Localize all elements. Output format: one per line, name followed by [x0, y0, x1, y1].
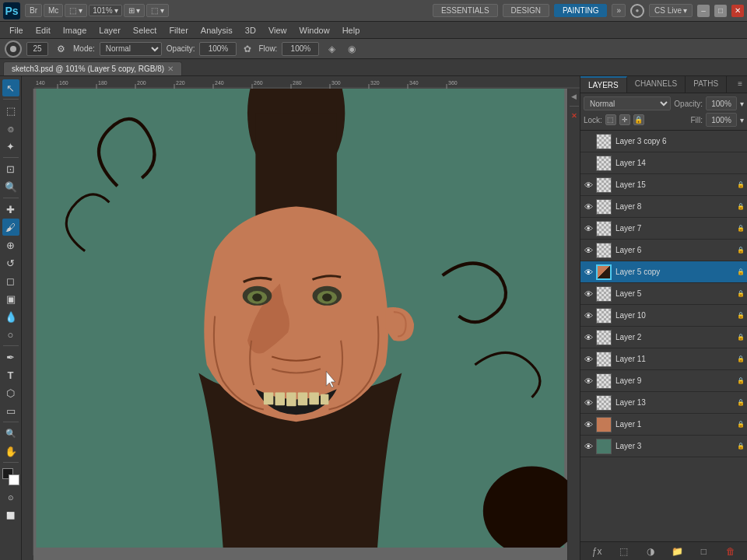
layer-visibility-7[interactable]: 👁 — [582, 288, 594, 300]
layer-visibility-10[interactable]: 👁 — [582, 353, 594, 366]
hand-tool[interactable]: ✋ — [2, 443, 19, 460]
brush-preview[interactable] — [5, 40, 22, 58]
layer-visibility-5[interactable]: 👁 — [582, 244, 594, 257]
tab-close-btn[interactable]: ✕ — [167, 65, 174, 73]
close-button[interactable]: ✕ — [731, 5, 744, 17]
collapse-panel-icon[interactable]: ◀ — [570, 92, 579, 101]
new-layer-button[interactable]: □ — [696, 544, 710, 558]
move-tool[interactable]: ↖ — [2, 79, 19, 96]
layer-row-10[interactable]: 👁 Layer 11 🔒 — [580, 348, 747, 370]
lock-pixels-icon[interactable]: ⬚ — [605, 114, 616, 125]
pen-tool[interactable]: ✒ — [2, 348, 19, 366]
menu-layer[interactable]: Layer — [93, 24, 127, 37]
layer-visibility-11[interactable]: 👁 — [582, 375, 594, 387]
layer-visibility-14[interactable]: 👁 — [582, 440, 594, 453]
layer-visibility-0[interactable] — [582, 135, 594, 148]
menu-view[interactable]: View — [262, 24, 293, 37]
layer-visibility-1[interactable] — [582, 157, 594, 170]
layer-row-11[interactable]: 👁 Layer 9 🔒 — [580, 370, 747, 392]
menu-file[interactable]: File — [3, 24, 30, 37]
menu-analysis[interactable]: Analysis — [195, 24, 239, 37]
blur-tool[interactable]: 💧 — [2, 308, 19, 325]
tab-layers[interactable]: LAYERS — [580, 76, 627, 93]
menu-filter[interactable]: Filter — [163, 24, 194, 37]
background-color[interactable] — [9, 474, 19, 485]
screen-mode-icon[interactable]: ⬜ — [2, 507, 19, 524]
add-mask-button[interactable]: ⬚ — [616, 544, 630, 558]
tab-channels[interactable]: CHANNELS — [627, 76, 686, 93]
delete-layer-button[interactable]: 🗑 — [724, 544, 738, 558]
painting-mode[interactable]: PAINTING — [554, 4, 607, 17]
menu-select[interactable]: Select — [127, 24, 163, 37]
menu-window[interactable]: Window — [293, 24, 336, 37]
crop-tool[interactable]: ⊡ — [2, 160, 19, 177]
menu-3d[interactable]: 3D — [239, 24, 262, 37]
layer-row-6[interactable]: 👁 Layer 5 copy 🔒 — [580, 261, 747, 283]
opacity-value[interactable]: 100% — [199, 42, 237, 56]
layer-row-8[interactable]: 👁 Layer 10 🔒 — [580, 305, 747, 327]
eyedropper-tool[interactable]: 🔍 — [2, 178, 19, 195]
maximize-button[interactable]: □ — [714, 5, 727, 17]
opacity-layers-value[interactable]: 100% — [706, 96, 737, 110]
essentials-mode[interactable]: ESSENTIALS — [433, 4, 498, 17]
tablet-pressure-icon[interactable]: ◈ — [324, 41, 339, 57]
text-tool[interactable]: T — [2, 366, 19, 383]
layer-row-5[interactable]: 👁 Layer 6 🔒 — [580, 240, 747, 261]
lasso-tool[interactable]: ⌾ — [2, 120, 19, 137]
layer-visibility-13[interactable]: 👁 — [582, 418, 594, 431]
lock-position-icon[interactable]: ✛ — [619, 114, 630, 125]
add-adjustment-button[interactable]: ◑ — [644, 544, 658, 558]
marquee-tool[interactable]: ⬚ — [2, 102, 19, 119]
document-tab-0[interactable]: sketch3.psd @ 101% (Layer 5 copy, RGB/8)… — [3, 61, 182, 75]
output-icon[interactable]: ⬚ ▾ — [146, 4, 169, 17]
menu-help[interactable]: Help — [336, 24, 366, 37]
menu-edit[interactable]: Edit — [30, 24, 57, 37]
color-swatches[interactable] — [2, 468, 19, 485]
layer-visibility-2[interactable]: 👁 — [582, 179, 594, 191]
brush-size-display[interactable]: 25 — [26, 42, 48, 56]
layer-row-1[interactable]: Layer 14 — [580, 152, 747, 174]
layer-visibility-4[interactable]: 👁 — [582, 222, 594, 235]
tablet-flow-icon[interactable]: ◉ — [344, 41, 359, 57]
layer-row-13[interactable]: 👁 Layer 1 🔒 — [580, 414, 747, 436]
layer-row-12[interactable]: 👁 Layer 13 🔒 — [580, 392, 747, 414]
layer-visibility-9[interactable]: 👁 — [582, 331, 594, 344]
history-brush-tool[interactable]: ↺ — [2, 254, 19, 271]
gradient-tool[interactable]: ▣ — [2, 290, 19, 307]
fill-arrow[interactable]: ▾ — [740, 116, 744, 124]
menu-image[interactable]: Image — [57, 24, 93, 37]
layer-visibility-12[interactable]: 👁 — [582, 397, 594, 409]
layer-row-7[interactable]: 👁 Layer 5 🔒 — [580, 283, 747, 305]
brush-settings-icon[interactable]: ⚙ — [53, 41, 68, 57]
layer-row-4[interactable]: 👁 Layer 7 🔒 — [580, 218, 747, 240]
layer-visibility-3[interactable]: 👁 — [582, 201, 594, 213]
layer-row-0[interactable]: Layer 3 copy 6 — [580, 131, 747, 152]
cs-live-btn[interactable]: CS Live ▾ — [649, 4, 693, 17]
canvas-container[interactable] — [33, 89, 567, 548]
shape-tool[interactable]: ▭ — [2, 402, 19, 419]
fill-value[interactable]: 100% — [706, 113, 737, 127]
brush-tool[interactable]: 🖌 — [2, 219, 19, 236]
br-icon[interactable]: Br — [25, 4, 42, 17]
layer-row-3[interactable]: 👁 Layer 8 🔒 — [580, 196, 747, 218]
add-fx-button[interactable]: ƒx — [590, 544, 604, 558]
zoom-tool[interactable]: 🔍 — [2, 425, 19, 442]
dodge-tool[interactable]: ○ — [2, 326, 19, 343]
blend-mode-layers-select[interactable]: Normal — [584, 96, 671, 110]
layer-row-14[interactable]: 👁 Layer 3 🔒 — [580, 436, 747, 457]
arrange-icon[interactable]: ⊞ ▾ — [124, 4, 146, 17]
design-mode[interactable]: DESIGN — [503, 4, 549, 17]
mc-icon[interactable]: Mc — [44, 4, 63, 17]
tab-paths[interactable]: PATHS — [686, 76, 727, 93]
eraser-tool[interactable]: ◻ — [2, 272, 19, 289]
frame-selector[interactable]: ⬚ ▾ — [65, 4, 87, 17]
blend-mode-select[interactable]: Normal — [100, 42, 162, 56]
panel-menu-icon[interactable]: ≡ — [733, 76, 747, 93]
add-group-button[interactable]: 📁 — [670, 544, 684, 558]
flow-value[interactable]: 100% — [282, 42, 319, 56]
healing-brush-tool[interactable]: ✚ — [2, 201, 19, 218]
quick-mask-icon[interactable]: ⊙ — [2, 489, 19, 506]
more-modes-btn[interactable]: » — [612, 4, 626, 17]
layer-row-9[interactable]: 👁 Layer 2 🔒 — [580, 327, 747, 348]
clone-tool[interactable]: ⊕ — [2, 236, 19, 254]
